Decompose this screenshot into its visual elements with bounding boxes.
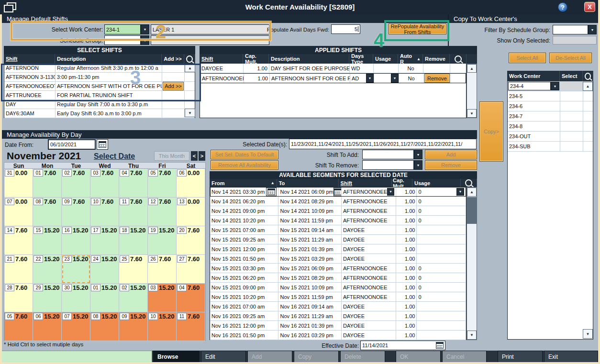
segment-row[interactable]: Nov 14 2021 10:20 pmNov 14 2021 11:59 pm… (210, 216, 466, 225)
calendar-day-cell[interactable]: 2415.20 (90, 255, 119, 284)
select-shifts-row[interactable]: AFTERNOON 3-11303:00 pm-11:30 pm (4, 73, 195, 82)
segment-row[interactable]: Nov 15 2021 06:20 pmNov 15 2021 08:29 pm… (210, 273, 466, 283)
applied-col-shift[interactable]: Shift (200, 54, 243, 64)
close-icon[interactable]: X (584, 2, 595, 12)
calendar-day-cell[interactable]: 1715.20 (90, 226, 119, 255)
select-all-button[interactable]: Select All (509, 53, 546, 63)
calendar-day-cell[interactable]: 0715.20 (62, 312, 90, 341)
shift-to-add-combo[interactable]: ▼ (362, 150, 422, 159)
calendar-day-cell[interactable]: 1815.20 (119, 226, 148, 255)
add-shift-to-applied-button[interactable]: Add >> (163, 82, 184, 90)
segment-row[interactable]: Nov 14 2021 06:20 pmNov 14 2021 08:29 pm… (210, 197, 466, 206)
calendar-day-cell[interactable]: 1015.20 (148, 312, 177, 341)
toolbar-button-exit[interactable]: Exit (544, 351, 598, 363)
select-date-link[interactable]: Select Date (94, 152, 135, 161)
work-center-row[interactable]: 234-SUB (508, 142, 593, 152)
applied-col-description[interactable]: Description (269, 54, 349, 64)
select-cell[interactable] (560, 142, 583, 151)
segments-col-to[interactable]: To (277, 179, 339, 187)
select-cell[interactable] (560, 81, 583, 91)
chevron-down-icon[interactable]: ▼ (141, 35, 149, 45)
segment-row[interactable]: Nov 15 2021 09:25 amNov 15 2021 11:29 am… (210, 235, 466, 244)
segment-row[interactable]: Nov 16 2021 09:25 amNov 16 2021 11:29 am… (210, 311, 466, 321)
applied-col-cap[interactable]: Cap. Mult. (243, 54, 269, 64)
applied-col-auto-r[interactable]: Auto R▲ (398, 54, 423, 64)
chevron-down-icon[interactable]: ▼ (414, 160, 422, 170)
chevron-down-icon[interactable]: ▼ (387, 188, 394, 196)
calendar-day-cell[interactable]: 257.60 (119, 255, 148, 284)
work-center-row[interactable]: 234-5 (508, 91, 593, 101)
show-only-selected-field[interactable] (553, 36, 597, 44)
calendar-day-cell[interactable]: 147.60 (4, 226, 33, 255)
deselect-all-button[interactable]: De-Select All (549, 53, 592, 63)
applied-col-usage[interactable]: Usage (373, 54, 398, 64)
chevron-down-icon[interactable]: ▼ (141, 24, 149, 34)
help-icon[interactable]: ? (558, 2, 567, 12)
calendar-day-cell[interactable]: 047.60 (177, 284, 205, 312)
chevron-down-icon[interactable]: ▼ (391, 74, 399, 83)
populate-days-input[interactable]: 5 (331, 24, 360, 34)
work-center-combo-cell[interactable]: 234-4▼ (508, 81, 560, 91)
scroll-down-icon[interactable]: ▼ (583, 329, 593, 339)
segment-to-calendar-button[interactable] (333, 188, 342, 196)
calendar-day-cell[interactable]: 287.60 (4, 284, 33, 312)
copy-to-work-centers-button[interactable]: Copy> (479, 101, 503, 162)
calendar-day-cell[interactable]: 087.60 (33, 198, 62, 226)
select-shifts-row[interactable]: AFTERNOONOEEOTAFTERNOON SHIFT WITH OT FO… (4, 82, 195, 91)
chevron-down-icon[interactable]: ▼ (366, 74, 374, 83)
calendar-day-cell[interactable]: 0915.20 (119, 312, 148, 341)
scroll-up-icon[interactable]: ▲ (185, 64, 195, 72)
scroll-up-icon[interactable]: ▲ (467, 64, 477, 73)
calendar-day-cell[interactable]: 267.60 (148, 255, 177, 284)
calendar-day-cell[interactable]: 0615.20 (33, 312, 62, 341)
segment-from-calendar-button[interactable] (266, 188, 277, 196)
calendar-day-cell[interactable]: 3015.20 (62, 284, 90, 312)
search-icon[interactable] (184, 54, 195, 64)
segment-row[interactable]: Nov 16 2021 12:00 pmNov 16 2021 01:39 pm… (210, 321, 466, 331)
toolbar-button-edit[interactable]: Edit (201, 351, 246, 363)
segments-col-usage[interactable]: Usage (412, 179, 461, 187)
segments-col-shift[interactable]: Shift (339, 179, 392, 187)
date-from-calendar-button[interactable] (97, 139, 108, 150)
select-cell[interactable] (560, 101, 583, 111)
prev-month-icon[interactable]: < (191, 151, 198, 161)
calendar-day-cell[interactable]: 310.00 (4, 169, 33, 198)
calendar-day-cell[interactable]: 117.60 (177, 312, 205, 341)
calendar-day-cell[interactable]: 217.60 (4, 255, 33, 284)
calendar-day-cell[interactable]: 0815.20 (90, 312, 119, 341)
calendar-day-cell[interactable]: 2215.20 (33, 255, 62, 284)
toolbar-button-browse[interactable]: Browse (153, 351, 200, 363)
schedule-group-combo-value[interactable] (104, 35, 141, 45)
work-center-row[interactable]: 234-7 (508, 111, 593, 121)
segment-row[interactable]: Nov 15 2021 07:00 amNov 15 2021 09:14 am… (210, 225, 466, 235)
select-shifts-row[interactable]: DAY6:30AMEarly Day Shift 6:30 a.m to 3:0… (4, 109, 195, 118)
schedule-group-combo[interactable]: ▼ (104, 35, 149, 45)
calendar-day-cell[interactable]: 060.00 (177, 169, 205, 198)
select-shifts-row[interactable]: DAYRegular Day Shift 7:00 a.m to 3:30 p.… (4, 100, 195, 109)
segments-col-from[interactable]: From▲ (210, 179, 277, 187)
work-center-row[interactable]: 234-8 (508, 121, 593, 132)
scroll-down-icon[interactable]: ▼ (467, 109, 477, 118)
shift-to-add-value[interactable] (362, 150, 414, 159)
calendar-day-cell[interactable]: 070.00 (4, 198, 33, 226)
calendar-day-cell[interactable]: 117.60 (119, 198, 148, 226)
segment-row[interactable]: Nov 16 2021 07:00 amNov 16 2021 09:14 am… (210, 302, 466, 311)
scroll-up-icon[interactable]: ▲ (583, 82, 593, 91)
segment-row[interactable]: Nov 15 2021 10:20 pmNov 15 2021 11:59 pm… (210, 292, 466, 302)
chevron-down-icon[interactable]: ▼ (456, 188, 464, 196)
search-icon[interactable] (461, 179, 477, 187)
segment-row[interactable]: Nov 15 2021 12:00 pmNov 15 2021 01:39 pm… (210, 244, 466, 254)
calendar-day-cell[interactable]: 0215.20 (119, 284, 148, 312)
calendar-day-cell[interactable]: 097.60 (62, 198, 90, 226)
applied-shifts-scrollbar[interactable]: ▲ ▼ (467, 64, 477, 118)
calendar-day-cell[interactable]: 130.00 (177, 198, 205, 226)
calendar-day-cell[interactable]: 1515.20 (33, 226, 62, 255)
work-center-col-header[interactable]: Work Center (507, 71, 560, 81)
calendar-day-cell[interactable]: 0115.20 (90, 284, 119, 312)
applied-days-type-combo[interactable]: AD▼ (350, 74, 374, 83)
chevron-down-icon[interactable]: ▼ (588, 25, 597, 34)
select-cell[interactable] (560, 91, 583, 101)
filter-schedule-group-combo[interactable]: ▼ (553, 25, 597, 34)
segment-row[interactable]: Nov 14 2021 03:30 pmNov 14 2021 06:09 pm… (210, 187, 466, 197)
scroll-up-icon[interactable]: ▲ (467, 188, 477, 197)
